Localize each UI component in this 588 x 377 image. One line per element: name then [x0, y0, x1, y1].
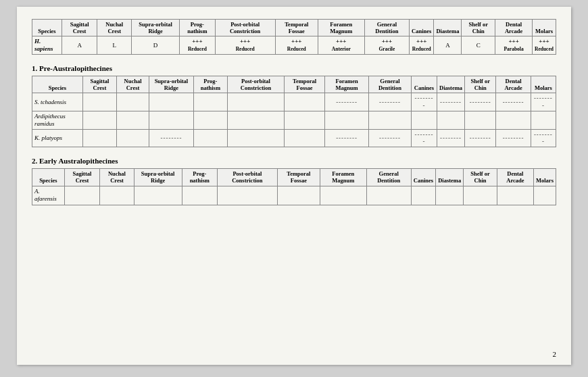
h-sapiens-general: +++Gracile [364, 36, 410, 55]
ardipithecus-species: Ardipithecus ramidus [32, 111, 83, 129]
a-afarensis-canines [411, 186, 435, 205]
s1-col-foramen: Foramen Magnum [325, 76, 369, 93]
s-tchadensis-dental: -------- [496, 93, 531, 111]
k-platyops-temporal [284, 129, 324, 147]
s1-col-post: Post-orbital Constriction [228, 76, 285, 93]
a-afarensis-sagittal [64, 186, 99, 205]
s2-col-general: General Dentition [366, 169, 411, 186]
k-platyops-dental: -------- [496, 129, 531, 147]
section2-title: 2. Early Australopithecines [32, 157, 556, 165]
a-afarensis-nuchal [100, 186, 134, 205]
s2-col-supra: Supra-orbital Ridge [134, 169, 182, 186]
s1-col-nuchal: Nuchal Crest [116, 76, 149, 93]
h-sapiens-row: H. sapiens A L D +++Reduced +++Reduced +… [32, 36, 556, 55]
s-tchadensis-diastema: -------- [437, 93, 465, 111]
s2-col-foramen: Foramen Magnum [320, 169, 366, 186]
s2-col-sagittal: Sagittal Crest [64, 169, 99, 186]
h-sapiens-prog: +++Reduced [180, 36, 216, 55]
h-sapiens-molars: +++Reduced [532, 36, 556, 55]
s-tchadensis-general: -------- [368, 93, 411, 111]
k-platyops-sagittal [82, 129, 116, 147]
col-diastema: Diastema [434, 20, 462, 36]
k-platyops-molars: -------- [531, 129, 556, 147]
s1-col-canines: Canines [411, 76, 437, 93]
col-temporal: Temporal Fossae [275, 20, 318, 36]
a-afarensis-post [218, 186, 278, 205]
k-platyops-species: K. platyops [32, 129, 83, 147]
h-sapiens-diastema: A [434, 36, 462, 55]
col-canines: Canines [410, 20, 434, 36]
col-shelf: Shelf or Chin [462, 20, 495, 36]
section1-title: 1. Pre-Australopithecines [32, 64, 556, 72]
h-sapiens-nuchal: L [97, 36, 132, 55]
section1-table: Species Sagittal Crest Nuchal Crest Supr… [32, 76, 556, 147]
k-platyops-row: K. platyops -------- -------- -------- -… [32, 129, 556, 147]
s2-col-species: Species [32, 169, 65, 186]
a-afarensis-prog [182, 186, 218, 205]
col-prog: Prog-nathism [180, 20, 216, 36]
s-tchadensis-prog [193, 93, 227, 111]
ardipithecus-row: Ardipithecus ramidus [32, 111, 556, 129]
s-tchadensis-foramen: -------- [325, 93, 369, 111]
a-afarensis-foramen [320, 186, 366, 205]
a-afarensis-general [366, 186, 411, 205]
s-tchadensis-supra [149, 93, 194, 111]
k-platyops-supra: -------- [149, 129, 194, 147]
s-tchadensis-species: S. tchadensis [32, 93, 83, 111]
ardipithecus-diastema [437, 111, 465, 129]
s2-col-diastema: Diastema [436, 169, 464, 186]
s1-col-sagittal: Sagittal Crest [82, 76, 116, 93]
k-platyops-shelf: -------- [465, 129, 496, 147]
s1-col-prog: Prog-nathism [193, 76, 227, 93]
s2-col-canines: Canines [411, 169, 435, 186]
ardipithecus-shelf [465, 111, 496, 129]
k-platyops-nuchal [116, 129, 149, 147]
h-sapiens-supra: D [132, 36, 180, 55]
col-sagittal: Sagittal Crest [62, 20, 97, 36]
a-afarensis-temporal [277, 186, 320, 205]
section1-header: Species Sagittal Crest Nuchal Crest Supr… [32, 76, 556, 93]
s-tchadensis-canines: -------- [411, 93, 437, 111]
s2-col-molars: Molars [533, 169, 556, 186]
col-molars: Molars [532, 20, 556, 36]
a-afarensis-shelf [464, 186, 497, 205]
s2-col-dental: Dental Arcade [497, 169, 533, 186]
col-post: Post-orbital Constriction [215, 20, 275, 36]
ardipithecus-molars [531, 111, 556, 129]
h-sapiens-shelf: C [462, 36, 495, 55]
col-supra: Supra-orbital Ridge [132, 20, 180, 36]
k-platyops-canines: -------- [411, 129, 437, 147]
ardipithecus-post [228, 111, 285, 129]
ardipithecus-dental [496, 111, 531, 129]
ardipithecus-foramen [325, 111, 369, 129]
h-sapiens-sagittal: A [62, 36, 97, 55]
s1-col-molars: Molars [531, 76, 556, 93]
s2-col-nuchal: Nuchal Crest [100, 169, 134, 186]
s-tchadensis-nuchal [116, 93, 149, 111]
h-sapiens-foramen: +++Anterior [318, 36, 364, 55]
s2-col-shelf: Shelf or Chin [464, 169, 497, 186]
s1-col-temporal: Temporal Fossae [284, 76, 324, 93]
a-afarensis-row: A. afarensis [32, 186, 556, 205]
s-tchadensis-shelf: -------- [465, 93, 496, 111]
k-platyops-general: -------- [368, 129, 411, 147]
col-foramen: Foramen Magnum [318, 20, 364, 36]
ardipithecus-general [368, 111, 411, 129]
s1-col-species: Species [32, 76, 83, 93]
s2-col-prog: Prog-nathism [182, 169, 218, 186]
ardipithecus-canines [411, 111, 437, 129]
k-platyops-foramen: -------- [325, 129, 369, 147]
s1-col-diastema: Diastema [437, 76, 465, 93]
s-tchadensis-temporal [284, 93, 324, 111]
k-platyops-post [228, 129, 285, 147]
a-afarensis-diastema [436, 186, 464, 205]
h-sapiens-post: +++Reduced [215, 36, 275, 55]
a-afarensis-species: A. afarensis [32, 186, 65, 205]
page: Species Sagittal Crest Nuchal Crest Supr… [17, 7, 571, 365]
col-species: Species [32, 20, 62, 36]
h-sapiens-dental: +++Parabola [495, 36, 533, 55]
ardipithecus-temporal [284, 111, 324, 129]
s1-col-shelf: Shelf or Chin [465, 76, 496, 93]
a-afarensis-supra [134, 186, 182, 205]
a-afarensis-molars [533, 186, 556, 205]
